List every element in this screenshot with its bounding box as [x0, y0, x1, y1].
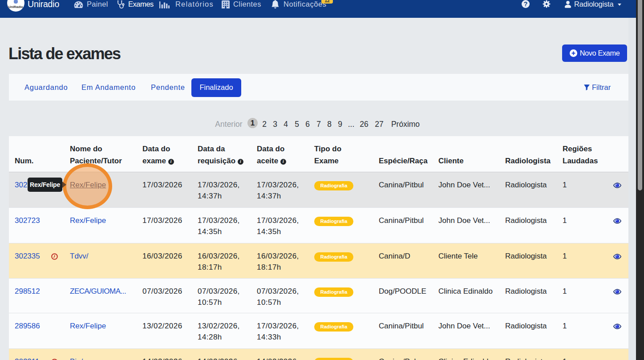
svg-text:?: ?: [524, 0, 528, 8]
